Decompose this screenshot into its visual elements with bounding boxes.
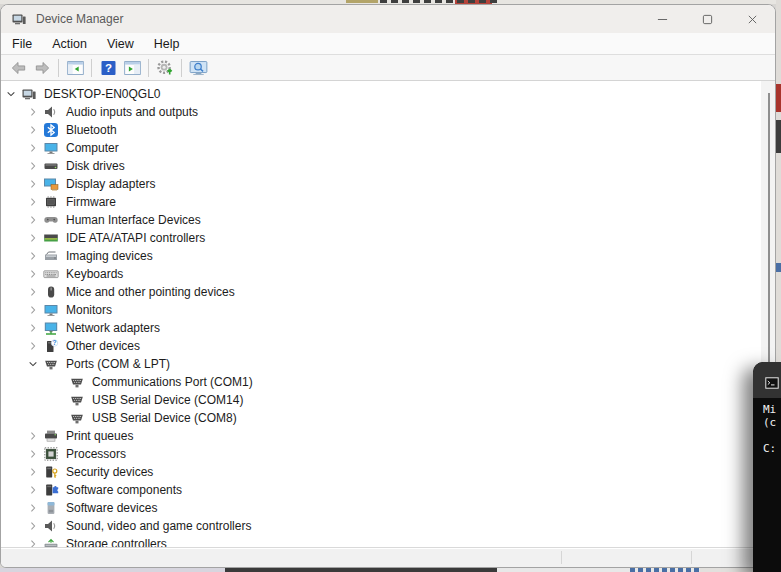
svg-text:?: ? <box>104 62 111 74</box>
chevron-right-icon[interactable] <box>25 140 41 156</box>
chevron-right-icon[interactable] <box>25 302 41 318</box>
maximize-button[interactable] <box>685 5 730 33</box>
tree-item-disk-drives[interactable]: Disk drives <box>1 157 775 175</box>
tree-item-security-devices[interactable]: Security devices <box>1 463 775 481</box>
status-divider <box>691 551 692 564</box>
titlebar[interactable]: Device Manager <box>1 5 775 33</box>
command-prompt-window[interactable]: Mi(c C: <box>753 362 781 572</box>
tree-indent <box>1 220 25 221</box>
chevron-right-icon[interactable] <box>25 104 41 120</box>
chevron-right-icon[interactable] <box>25 536 41 547</box>
show-console-tree-button[interactable] <box>63 57 87 79</box>
chevron-down-icon[interactable] <box>25 356 41 372</box>
svg-text:?: ? <box>53 339 57 346</box>
tree-item-usb-serial-device-com8[interactable]: USB Serial Device (COM8) <box>1 409 775 427</box>
cmd-output-line: (c <box>763 416 781 429</box>
chevron-right-icon[interactable] <box>25 212 41 228</box>
tree-item-audio-inputs-and-outputs[interactable]: Audio inputs and outputs <box>1 103 775 121</box>
scan-for-hardware-changes-button[interactable] <box>153 57 177 79</box>
tree-item-keyboards[interactable]: Keyboards <box>1 265 775 283</box>
tree-item-monitors[interactable]: Monitors <box>1 301 775 319</box>
chevron-right-icon[interactable] <box>25 500 41 516</box>
chevron-right-icon[interactable] <box>25 266 41 282</box>
chevron-right-icon[interactable] <box>25 464 41 480</box>
properties-button[interactable] <box>120 57 144 79</box>
tree-item-ide-ata-atapi-controllers[interactable]: IDE ATA/ATAPI controllers <box>1 229 775 247</box>
chevron-right-icon[interactable] <box>25 230 41 246</box>
tree-item-print-queues[interactable]: Print queues <box>1 427 775 445</box>
tree-indent <box>1 490 25 491</box>
tree-item-communications-port-com1[interactable]: Communications Port (COM1) <box>1 373 775 391</box>
chevron-right-icon[interactable] <box>25 320 41 336</box>
chevron-right-icon[interactable] <box>25 482 41 498</box>
command-prompt-titlebar[interactable] <box>753 362 781 398</box>
tree-item-display-adapters[interactable]: Display adapters <box>1 175 775 193</box>
cmd-output-line: Mi <box>763 403 781 416</box>
chevron-down-icon[interactable] <box>3 86 19 102</box>
tree-indent <box>1 436 25 437</box>
toolbar-separator <box>58 59 59 77</box>
background-fragment <box>776 84 781 112</box>
scan-hardware-icon <box>156 59 175 77</box>
tree-item-network-adapters[interactable]: Network adapters <box>1 319 775 337</box>
tree-indent <box>1 112 25 113</box>
chevron-right-icon[interactable] <box>25 428 41 444</box>
menu-action[interactable]: Action <box>43 35 96 53</box>
tree-item-ports-com-lpt[interactable]: Ports (COM & LPT) <box>1 355 775 373</box>
minimize-button[interactable] <box>640 5 685 33</box>
chevron-right-icon[interactable] <box>25 122 41 138</box>
tree-item-imaging-devices[interactable]: Imaging devices <box>1 247 775 265</box>
chevron-right-icon[interactable] <box>25 284 41 300</box>
chevron-right-icon[interactable] <box>25 446 41 462</box>
chevron-right-icon[interactable] <box>25 248 41 264</box>
chevron-right-icon[interactable] <box>25 176 41 192</box>
speaker-icon <box>43 518 59 534</box>
computer-icon <box>21 86 37 102</box>
tree-item-software-components[interactable]: Software components <box>1 481 775 499</box>
chevron-right-icon[interactable] <box>25 338 41 354</box>
tree-indent <box>1 472 25 473</box>
tree-item-label: IDE ATA/ATAPI controllers <box>66 231 205 245</box>
tree-indent <box>1 148 25 149</box>
tree-item-human-interface-devices[interactable]: Human Interface Devices <box>1 211 775 229</box>
tree-item-processors[interactable]: Processors <box>1 445 775 463</box>
tree-item-label: Ports (COM & LPT) <box>66 357 170 371</box>
menu-file[interactable]: File <box>3 35 41 53</box>
tree-item-desktop-en0qgl0[interactable]: DESKTOP-EN0QGL0 <box>1 85 775 103</box>
toolbar: ? <box>1 54 775 81</box>
back-button[interactable] <box>6 57 30 79</box>
background-bottom-sliver <box>0 568 776 572</box>
tree-item-usb-serial-device-com14[interactable]: USB Serial Device (COM14) <box>1 391 775 409</box>
menu-help[interactable]: Help <box>145 35 189 53</box>
tree-item-label: USB Serial Device (COM14) <box>92 393 243 407</box>
tree-indent <box>1 346 25 347</box>
forward-button[interactable] <box>30 57 54 79</box>
tree-item-label: Other devices <box>66 339 140 353</box>
tree-item-computer[interactable]: Computer <box>1 139 775 157</box>
tree-item-label: Display adapters <box>66 177 155 191</box>
help-button[interactable]: ? <box>96 57 120 79</box>
menu-view[interactable]: View <box>98 35 143 53</box>
tree-item-software-devices[interactable]: Software devices <box>1 499 775 517</box>
chevron-right-icon[interactable] <box>25 518 41 534</box>
tree-item-sound-video-and-game-controllers[interactable]: Sound, video and game controllers <box>1 517 775 535</box>
close-icon <box>747 14 758 25</box>
chevron-right-icon[interactable] <box>25 194 41 210</box>
monitor-icon <box>43 302 59 318</box>
tree-item-label: Computer <box>66 141 119 155</box>
close-button[interactable] <box>730 5 775 33</box>
tree-item-other-devices[interactable]: ?Other devices <box>1 337 775 355</box>
tree-item-firmware[interactable]: Firmware <box>1 193 775 211</box>
display-adapter-icon <box>43 176 59 192</box>
tree-item-bluetooth[interactable]: Bluetooth <box>1 121 775 139</box>
cmd-icon <box>765 376 779 390</box>
command-prompt-body[interactable]: Mi(c C: <box>753 398 781 455</box>
device-search-button[interactable] <box>186 57 210 79</box>
tree-item-label: Imaging devices <box>66 249 153 263</box>
tree-item-storage-controllers[interactable]: Storage controllers <box>1 535 775 547</box>
tree-item-label: DESKTOP-EN0QGL0 <box>44 87 160 101</box>
background-fragment <box>380 0 498 3</box>
tree-item-mice-and-other-pointing-devices[interactable]: Mice and other pointing devices <box>1 283 775 301</box>
arrow-right-icon <box>33 59 52 77</box>
chevron-right-icon[interactable] <box>25 158 41 174</box>
